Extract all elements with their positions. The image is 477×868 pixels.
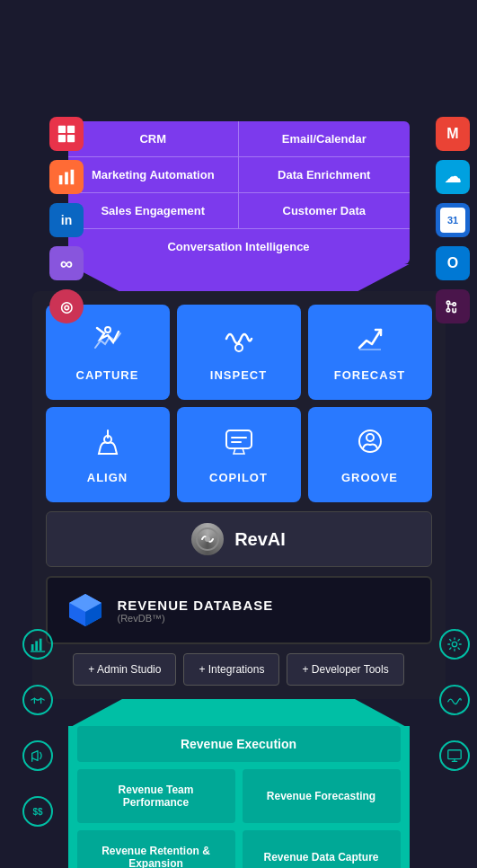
copilot-card[interactable]: COPILOT xyxy=(177,407,301,502)
bottom-right-icons xyxy=(439,629,470,771)
svg-rect-12 xyxy=(226,430,252,448)
revenue-data-capture-cell: Revenue Data Capture xyxy=(243,830,401,868)
main-platform-section: CAPTURE INSPECT xyxy=(32,291,446,699)
revdb-suffix: (RevDB™) xyxy=(118,613,274,624)
revenue-team-performance-cell: Revenue Team Performance xyxy=(77,769,235,823)
conversation-intelligence-cell: Conversation Intelligence xyxy=(68,229,410,264)
crm-cell: CRM xyxy=(68,121,240,156)
bottom-row-1: Revenue Team Performance Revenue Forecas… xyxy=(77,769,401,823)
integrations-button[interactable]: + Integrations xyxy=(183,653,279,686)
tools-row: + Admin Studio + Integrations + Develope… xyxy=(46,653,432,686)
svg-rect-25 xyxy=(40,639,42,651)
groove-icon xyxy=(317,425,423,464)
inspect-card[interactable]: INSPECT xyxy=(177,305,301,400)
svg-point-7 xyxy=(105,327,110,332)
svg-rect-6 xyxy=(71,170,75,185)
bottom-chart-icon[interactable] xyxy=(22,629,53,660)
svg-rect-0 xyxy=(58,126,66,133)
bottom-connector xyxy=(32,699,446,726)
revai-logo xyxy=(191,523,224,555)
slack-icon[interactable] xyxy=(436,289,470,323)
align-card[interactable]: ALIGN xyxy=(46,407,170,502)
grid-row-4: Conversation Intelligence xyxy=(68,229,410,264)
svg-point-18 xyxy=(205,536,210,542)
developer-tools-button[interactable]: + Developer Tools xyxy=(287,653,403,686)
svg-point-29 xyxy=(452,642,456,646)
copilot-icon xyxy=(186,425,292,464)
data-enrichment-cell: Data Enrichment xyxy=(239,157,410,192)
circle-brand-icon[interactable]: ◎ xyxy=(49,289,84,323)
bottom-dollar-icon[interactable]: $$ xyxy=(22,796,53,827)
groove-label: GROOVE xyxy=(317,471,423,484)
bottom-handshake-icon[interactable] xyxy=(22,685,53,715)
bar-chart-icon[interactable] xyxy=(49,160,84,194)
revenue-retention-cell: Revenue Retention & Expansion xyxy=(77,830,235,868)
revai-label: RevAI xyxy=(234,529,286,550)
bottom-section-wrapper: Revenue Execution Revenue Team Performan… xyxy=(0,726,477,868)
grid-row-2: Marketing Automation Data Enrichment xyxy=(68,157,410,193)
forecast-label: FORECAST xyxy=(317,368,423,382)
bottom-grid: Revenue Execution Revenue Team Performan… xyxy=(68,726,410,868)
svg-point-8 xyxy=(235,344,243,351)
align-icon xyxy=(55,425,161,464)
svg-rect-5 xyxy=(65,173,68,185)
bottom-wave-icon[interactable] xyxy=(439,685,470,715)
revai-bar: RevAI xyxy=(46,511,432,567)
svg-rect-24 xyxy=(35,641,38,651)
outlook-icon[interactable]: O xyxy=(436,246,470,280)
inspect-label: INSPECT xyxy=(186,368,292,382)
revenue-forecasting-cell: Revenue Forecasting xyxy=(243,769,401,823)
gcal-icon[interactable]: 31 xyxy=(436,203,470,237)
integration-grid: CRM Email/Calendar Marketing Automation … xyxy=(68,121,410,291)
svg-rect-2 xyxy=(58,135,66,142)
groove-card[interactable]: GROOVE xyxy=(308,407,432,502)
svg-rect-30 xyxy=(448,750,461,759)
svg-rect-4 xyxy=(59,175,63,184)
customer-data-cell: Customer Data xyxy=(239,193,410,228)
bottom-trapezoid xyxy=(73,699,405,726)
page-layout: in ∞ ◎ M ☁ 31 O CRM Email/Calendar Mark xyxy=(0,0,477,868)
bottom-megaphone-icon[interactable] xyxy=(22,740,53,771)
loop-icon[interactable]: ∞ xyxy=(49,246,84,280)
salesforce-icon[interactable]: ☁ xyxy=(436,160,470,194)
grid-row-1: CRM Email/Calendar xyxy=(68,121,410,157)
revenue-execution-row: Revenue Execution xyxy=(77,726,401,762)
svg-rect-3 xyxy=(67,135,75,142)
sales-engagement-cell: Sales Engagement xyxy=(68,193,240,228)
revdb-logo xyxy=(66,590,105,630)
capture-icon xyxy=(55,323,161,361)
copilot-label: COPILOT xyxy=(186,471,292,484)
revdb-text-group: REVENUE DATABASE (RevDB™) xyxy=(118,598,274,624)
trapezoid-connector xyxy=(68,264,410,291)
revdb-label: REVENUE DATABASE xyxy=(118,598,274,613)
integration-categories: CRM Email/Calendar Marketing Automation … xyxy=(68,121,410,264)
svg-rect-23 xyxy=(31,644,34,651)
forecast-icon xyxy=(317,323,423,361)
admin-studio-button[interactable]: + Admin Studio xyxy=(73,653,176,686)
inspect-icon xyxy=(186,323,292,361)
bottom-left-icons: $$ xyxy=(22,629,53,827)
revenue-grid-icon[interactable] xyxy=(49,117,84,151)
revenue-database-bar: REVENUE DATABASE (RevDB™) xyxy=(46,576,432,644)
right-integration-icons: M ☁ 31 O xyxy=(436,117,470,323)
email-calendar-cell: Email/Calendar xyxy=(239,121,410,156)
svg-rect-1 xyxy=(67,126,75,133)
marketing-automation-cell: Marketing Automation xyxy=(68,157,240,192)
bottom-row-2: Revenue Retention & Expansion Revenue Da… xyxy=(77,830,401,868)
svg-point-16 xyxy=(367,434,374,441)
forecast-card[interactable]: FORECAST xyxy=(308,305,432,400)
capture-label: CAPTURE xyxy=(55,368,161,382)
action-cards-grid: CAPTURE INSPECT xyxy=(46,305,432,502)
align-label: ALIGN xyxy=(55,471,161,484)
gmail-icon[interactable]: M xyxy=(436,117,470,151)
left-integration-icons: in ∞ ◎ xyxy=(49,117,84,323)
bottom-screen-icon[interactable] xyxy=(439,740,470,771)
linkedin-icon[interactable]: in xyxy=(49,203,84,237)
grid-row-3: Sales Engagement Customer Data xyxy=(68,193,410,229)
bottom-gear-icon[interactable] xyxy=(439,629,470,660)
